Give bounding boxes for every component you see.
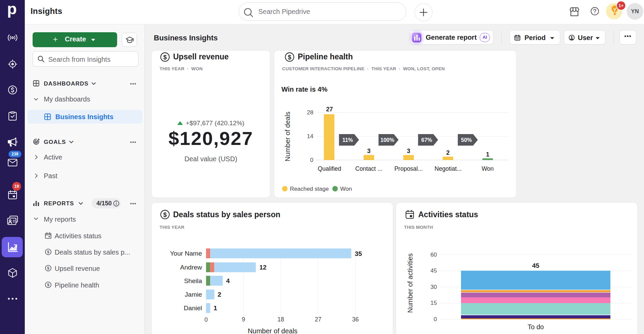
svg-text:12: 12 — [259, 264, 266, 271]
svg-text:p: p — [7, 3, 17, 18]
svg-text:Contact ...: Contact ... — [355, 165, 383, 172]
svg-text:Number of deals: Number of deals — [248, 327, 298, 334]
svg-text:15: 15 — [430, 300, 437, 306]
svg-text:2: 2 — [446, 149, 449, 156]
svg-text:3: 3 — [367, 148, 370, 154]
svg-text:Number of deals: Number of deals — [284, 112, 291, 162]
svg-text:4: 4 — [226, 277, 230, 284]
svg-text:35: 35 — [355, 250, 362, 257]
svg-text:3: 3 — [407, 148, 410, 154]
svg-text:30: 30 — [430, 284, 437, 290]
svg-text:To do: To do — [528, 323, 544, 331]
svg-text:Number of activities: Number of activities — [406, 253, 414, 313]
svg-text:1: 1 — [486, 151, 489, 158]
svg-text:Reached stage: Reached stage — [290, 186, 329, 192]
svg-text:$: $ — [47, 266, 50, 270]
svg-text:28: 28 — [307, 109, 313, 116]
svg-text:50%: 50% — [461, 137, 472, 143]
svg-text:60: 60 — [430, 252, 437, 258]
svg-text:18: 18 — [277, 316, 284, 323]
svg-text:$: $ — [163, 54, 167, 61]
svg-text:Andrew: Andrew — [180, 264, 202, 271]
svg-text:2: 2 — [218, 291, 221, 298]
svg-text:14: 14 — [307, 133, 313, 140]
svg-text:27: 27 — [326, 106, 333, 113]
svg-text:45: 45 — [430, 267, 437, 274]
svg-text:Won: Won — [482, 165, 494, 172]
svg-text:Sheila: Sheila — [184, 277, 202, 284]
svg-text:45: 45 — [532, 262, 539, 269]
svg-text:27: 27 — [315, 316, 321, 323]
svg-text:Qualified: Qualified — [318, 165, 341, 172]
svg-text:36: 36 — [352, 316, 358, 323]
svg-text:67%: 67% — [421, 137, 432, 143]
svg-text:9: 9 — [242, 316, 245, 323]
svg-text:0: 0 — [434, 316, 437, 322]
svg-text:0: 0 — [204, 316, 208, 323]
svg-text:100%: 100% — [381, 137, 394, 143]
svg-text:1: 1 — [214, 304, 217, 312]
svg-text:Negotiat...: Negotiat... — [435, 165, 462, 172]
svg-text:0: 0 — [310, 157, 313, 163]
svg-text:$: $ — [47, 283, 50, 287]
svg-text:Jamie: Jamie — [185, 291, 202, 298]
svg-text:Daniel: Daniel — [184, 304, 202, 312]
svg-text:11%: 11% — [342, 137, 353, 143]
svg-text:Won: Won — [340, 186, 352, 192]
svg-text:Proposal...: Proposal... — [394, 165, 423, 172]
svg-text:Your Name: Your Name — [170, 250, 202, 257]
svg-text:$: $ — [47, 250, 50, 254]
